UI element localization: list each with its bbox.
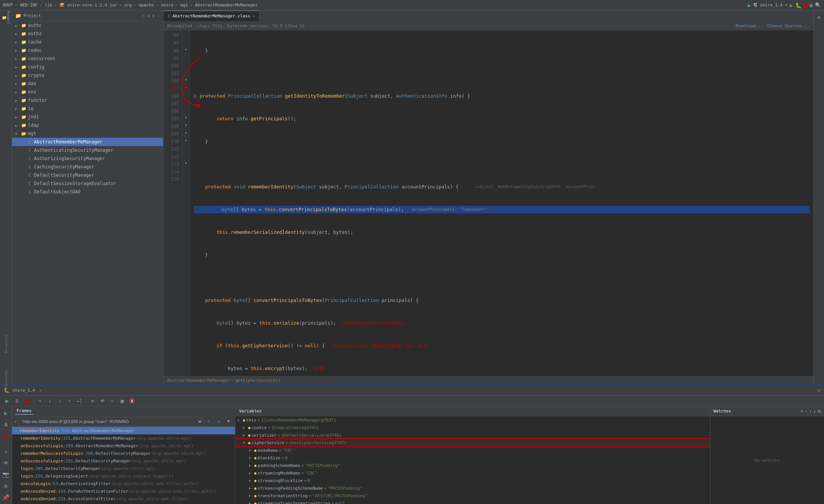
run-icon[interactable]: ▶ [748,2,751,8]
tree-concurrent[interactable]: ▶ 📁 concurrent [12,54,163,63]
tree-crypto[interactable]: ▶ 📁 crypto [12,71,163,79]
frame-10[interactable]: onPreHandle:162, AccessControlFilter (or… [12,502,235,504]
var-serializer[interactable]: ▶ ● serializer = {DefaultSerializer@3746… [235,431,710,439]
debug-sidebar-view[interactable]: 👁 [1,458,11,468]
tree-authorizingsecuritymanager[interactable]: ▶ C AuthorizingSecurityManager [12,154,163,163]
var-streamingpaddingschemename[interactable]: ▶ ● streamingPaddingSchemeName = "PKCS5P… [235,484,710,492]
var-transformationstring[interactable]: ▶ ● transformationString = "AES/CBC/PKCS… [235,492,710,499]
tree-jndi[interactable]: ▶ 📁 jndi [12,113,163,121]
pause-btn[interactable]: ⏸ [13,397,21,405]
debug-sidebar-camera[interactable]: 📷 [1,469,11,480]
favorites-icon[interactable]: Favorites [1,374,11,384]
webinf-breadcrumb[interactable]: WEB-INF [20,3,37,8]
tree-functor[interactable]: ▶ 📁 functor [12,96,163,104]
debug-sidebar-step-over[interactable]: ↷ [1,446,11,457]
tree-authz[interactable]: ▶ 📁 authz [12,30,163,38]
frame-0[interactable]: ✔ rememberIdentity:346, AbstractRemember… [12,427,235,434]
org-breadcrumb[interactable]: org [124,3,132,8]
frame-4[interactable]: onSuccessfulLogin:291, DefaultSecurityMa… [12,457,235,465]
tree-defaultsubjectdao[interactable]: ▶ C DefaultSubjectDAO [12,188,163,196]
stop-debug-btn[interactable]: ■ [23,397,31,405]
step-into-btn[interactable]: ↓ [46,397,54,405]
collapse-icon[interactable]: ≡ [147,13,150,19]
variables-tab[interactable]: Variables [239,409,262,414]
tab-close-icon[interactable]: ✕ [252,14,255,18]
frame-5[interactable]: login:285, DefaultSecurityManager (org.a… [12,465,235,472]
lib-breadcrumb[interactable]: lib [45,3,52,8]
code-content[interactable]: } @ protected PrincipalCollection getIde… [190,30,813,376]
tree-authc[interactable]: ▶ 📁 authc [12,21,163,30]
tree-mgt[interactable]: ▼ 📂 mgt [12,129,163,138]
thread-up-btn[interactable]: ↑ [205,417,213,426]
main-editor-tab[interactable]: C AbstractRememberMeManager.class ✕ [163,11,260,21]
tree-cachingsecuritymanager[interactable]: ▶ C CachingSecurityManager [12,163,163,171]
up-watch-btn[interactable]: ↑ [809,409,812,414]
download-link[interactable]: Download... [736,23,763,28]
close-panel-icon[interactable]: — [157,13,160,19]
mgt-breadcrumb[interactable]: mgt [180,3,188,8]
copy-watch-btn[interactable]: ⧉ [818,409,821,414]
resume-btn[interactable]: ▶ [3,397,11,405]
apache-breadcrumb[interactable]: apache [139,3,154,8]
jar-breadcrumb[interactable]: 📦 shiro-core-1.2.4.jar [59,3,117,8]
project-dropdown[interactable]: 🏗 shiro_1.4 ▾ [753,3,787,8]
debug-sidebar-resume[interactable]: ▶ [1,408,11,418]
debug-sidebar-pause[interactable]: ⏸ [1,419,11,430]
tree-defaultsessionstorageevaluator[interactable]: ▶ C DefaultSessionStorageEvaluator [12,179,163,188]
evaluate-btn[interactable]: ≡ [89,397,97,405]
var-streamingmodename[interactable]: ▶ ● streamingModeName = "CBC" [235,469,710,477]
thread-dropdown[interactable]: *http-nio-8080-exec-8"@3,695 in group "m… [19,417,203,426]
frame-9[interactable]: onAccessDenied:133, AccessControlFilter … [12,495,235,502]
down-watch-btn[interactable]: ↓ [813,409,816,414]
shiro-breadcrumb[interactable]: shiro [161,3,173,8]
sync-icon[interactable]: ⚡ [142,13,145,19]
debug-tab-label[interactable]: shiro_1.4 [12,388,35,393]
settings-icon[interactable]: ⚙ [810,2,813,8]
frame-3[interactable]: rememberMeSuccessfulLogin:206, DefaultSe… [12,450,235,457]
frame-2[interactable]: onSuccessfulLogin:299, AbstractRememberM… [12,442,235,450]
var-cipherservice[interactable]: ▼ ● cipherService = {AesCipherService@37… [235,439,710,446]
choose-sources-link[interactable]: Choose Sources... [767,23,810,28]
tree-config[interactable]: ▶ 📁 config [12,63,163,71]
project-icon[interactable]: 📁Project [1,12,11,23]
tree-dao[interactable]: ▶ 📁 dao [12,79,163,88]
run-btn[interactable]: ▶ [790,2,793,8]
more-btn[interactable]: ⋯ [108,397,117,405]
stop-btn[interactable]: ■ [804,2,807,8]
search-icon[interactable]: 🔍 [815,2,821,8]
frame-6[interactable]: login:256, DelegatingSubject (org.apache… [12,472,235,480]
debug-sidebar-stop[interactable]: ■ [1,431,11,441]
class-breadcrumb[interactable]: AbstractRememberMeManager [195,3,258,8]
settings-right-icon[interactable]: ⚙ [814,12,824,23]
mute-btn[interactable]: 🔇 [128,397,136,405]
structure-icon[interactable]: Structure [1,339,11,350]
root-breadcrumb[interactable]: ROOT [3,3,13,8]
debug-sidebar-settings[interactable]: ⚙ [1,481,11,491]
tree-cache[interactable]: ▶ 📁 cache [12,38,163,46]
run-to-cursor-btn[interactable]: →| [75,397,84,405]
code-area[interactable]: 96 97 98 99 100 101 102 103 104 105 106 … [163,30,813,376]
step-out-btn[interactable]: ↑ [65,397,74,405]
tree-codec[interactable]: ▶ 📁 codec [12,46,163,54]
debug-settings-icon[interactable]: ⚙ [817,387,820,393]
debug-btn-top[interactable]: 🐛 [795,2,802,8]
frame-7[interactable]: executeLogin:53, AuthenticatingFilter (o… [12,480,235,487]
settings-project-icon[interactable]: ⚙ [152,13,155,19]
tree-env[interactable]: ▶ 📁 env [12,88,163,96]
tree-authenticatingsecuritymanager[interactable]: ▶ C AuthenticatingSecurityManager [12,146,163,154]
var-blocksize[interactable]: ▶ ● blockSize = 0 [235,454,710,462]
var-cookie[interactable]: ▶ ● cookie = {SimpleCookie@3745} [235,424,710,431]
step-over-btn[interactable]: ↷ [36,397,44,405]
var-this[interactable]: ▶ ● this = {CookieRememberMeManager@3697… [235,416,710,424]
tree-abstractremembermemanager[interactable]: ▶ C AbstractRememberMeManager [12,138,163,146]
debug-sidebar-pin[interactable]: 📌 [1,492,11,502]
var-paddingschemename[interactable]: ▶ ● paddingSchemeName = "PKCS5Padding" [235,462,710,469]
force-step-into-btn[interactable]: ⇓ [56,397,64,405]
tree-io[interactable]: ▶ 📁 io [12,104,163,113]
thread-down-btn[interactable]: ↓ [215,417,223,426]
view-btn[interactable]: 👁 [98,397,107,405]
debug-tab-close[interactable]: ✕ [40,388,42,392]
add-watch-btn[interactable]: + [801,409,803,414]
tree-defaultsecuritymanager[interactable]: ▶ C DefaultSecurityManager [12,171,163,179]
layout-btn[interactable]: ▦ [118,397,126,405]
